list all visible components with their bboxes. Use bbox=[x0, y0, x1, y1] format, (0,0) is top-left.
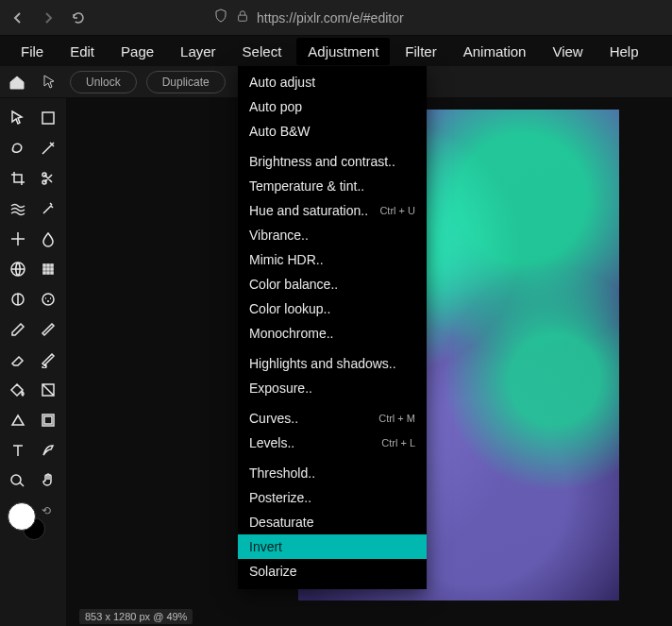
menu-item-auto-adjust[interactable]: Auto adjust bbox=[238, 70, 427, 94]
eraser-tool[interactable] bbox=[4, 346, 32, 374]
gradient-tool[interactable] bbox=[34, 376, 62, 404]
disperse-tool[interactable] bbox=[34, 255, 62, 283]
sponge-tool[interactable] bbox=[34, 285, 62, 313]
pen-tool[interactable] bbox=[4, 315, 32, 344]
menu-item-curves[interactable]: Curves..Ctrl + M bbox=[238, 406, 427, 431]
lasso-tool[interactable] bbox=[4, 134, 32, 162]
menu-item-highlights-and-shadows[interactable]: Highlights and shadows.. bbox=[238, 351, 427, 376]
menu-item-mimic-hdr[interactable]: Mimic HDR.. bbox=[238, 247, 427, 272]
toolbox: ⟲ bbox=[0, 98, 66, 626]
color-replace-tool[interactable] bbox=[34, 346, 62, 374]
menu-item-label: Exposure.. bbox=[249, 381, 312, 396]
menu-item-label: Curves.. bbox=[249, 411, 298, 426]
unlock-button[interactable]: Unlock bbox=[70, 71, 137, 93]
menubar: FileEditPageLayerSelectAdjustmentFilterA… bbox=[0, 36, 672, 66]
cutout-tool[interactable] bbox=[34, 164, 62, 193]
menu-animation[interactable]: Animation bbox=[452, 38, 538, 65]
status-bar: 853 x 1280 px @ 49% bbox=[79, 609, 193, 624]
arrow-tool[interactable] bbox=[4, 104, 32, 132]
menu-item-shortcut: Ctrl + U bbox=[379, 205, 415, 216]
dodge-tool[interactable] bbox=[4, 285, 32, 313]
menu-item-label: Auto B&W bbox=[249, 124, 311, 139]
foreground-color-swatch[interactable] bbox=[8, 502, 36, 531]
menu-item-color-lookup[interactable]: Color lookup.. bbox=[238, 296, 427, 321]
text-tool[interactable] bbox=[4, 436, 32, 465]
marquee-tool[interactable] bbox=[34, 104, 62, 132]
brush-tool[interactable] bbox=[34, 315, 62, 344]
menu-item-label: Hue and saturation.. bbox=[249, 203, 368, 218]
fill-tool[interactable] bbox=[4, 376, 32, 404]
menu-item-label: Highlights and shadows.. bbox=[249, 356, 396, 371]
menu-item-solarize[interactable]: Solarize bbox=[238, 559, 427, 584]
menu-item-levels[interactable]: Levels..Ctrl + L bbox=[238, 431, 427, 455]
menu-item-label: Mimic HDR.. bbox=[249, 252, 324, 267]
menu-item-label: Temperature & tint.. bbox=[249, 178, 364, 194]
menu-item-invert[interactable]: Invert bbox=[238, 534, 427, 559]
menu-item-monochrome[interactable]: Monochrome.. bbox=[238, 321, 427, 346]
menu-item-hue-and-saturation[interactable]: Hue and saturation..Ctrl + U bbox=[238, 198, 427, 223]
menu-item-desaturate[interactable]: Desaturate bbox=[238, 510, 427, 534]
menu-item-temperature-tint[interactable]: Temperature & tint.. bbox=[238, 174, 427, 198]
menu-adjustment[interactable]: Adjustment bbox=[296, 38, 390, 65]
zoom-tool[interactable] bbox=[4, 466, 32, 495]
menu-help[interactable]: Help bbox=[598, 38, 650, 65]
shape-tool[interactable] bbox=[4, 406, 32, 434]
url-text: https://pixlr.com/e/#editor bbox=[257, 10, 404, 25]
reload-button[interactable] bbox=[70, 9, 87, 26]
frame-tool[interactable] bbox=[34, 406, 62, 434]
crop-tool[interactable] bbox=[4, 164, 32, 193]
svg-rect-0 bbox=[239, 15, 247, 21]
heal-tool[interactable] bbox=[4, 225, 32, 253]
menu-item-threshold[interactable]: Threshold.. bbox=[238, 461, 427, 485]
menu-item-label: Threshold.. bbox=[249, 465, 315, 481]
menu-item-label: Monochrome.. bbox=[249, 326, 333, 341]
menu-select[interactable]: Select bbox=[231, 38, 294, 65]
menu-item-shortcut: Ctrl + L bbox=[381, 437, 415, 448]
menu-item-auto-pop[interactable]: Auto pop bbox=[238, 94, 427, 119]
menu-item-label: Color lookup.. bbox=[249, 301, 330, 316]
menu-edit[interactable]: Edit bbox=[59, 38, 106, 65]
blur-tool[interactable] bbox=[34, 225, 62, 253]
menu-file[interactable]: File bbox=[9, 38, 55, 65]
menu-item-vibrance[interactable]: Vibrance.. bbox=[238, 223, 427, 247]
pointer-icon[interactable] bbox=[38, 71, 60, 93]
clone-tool[interactable] bbox=[34, 195, 62, 223]
menu-item-label: Auto adjust bbox=[249, 75, 315, 90]
menu-filter[interactable]: Filter bbox=[394, 38, 447, 65]
menu-item-label: Levels.. bbox=[249, 435, 294, 450]
duplicate-button[interactable]: Duplicate bbox=[146, 71, 226, 93]
color-swatches[interactable]: ⟲ bbox=[4, 502, 62, 551]
home-icon[interactable] bbox=[6, 71, 28, 93]
menu-item-shortcut: Ctrl + M bbox=[378, 413, 415, 424]
menu-item-label: Vibrance.. bbox=[249, 228, 309, 243]
back-button[interactable] bbox=[9, 9, 26, 26]
menu-item-brightness-and-contrast[interactable]: Brightness and contrast.. bbox=[238, 149, 427, 174]
menu-item-label: Desaturate bbox=[249, 515, 313, 530]
menu-item-label: Brightness and contrast.. bbox=[249, 154, 395, 169]
menu-item-label: Solarize bbox=[249, 564, 297, 579]
lock-icon bbox=[236, 9, 249, 26]
menu-item-auto-b-w[interactable]: Auto B&W bbox=[238, 119, 427, 144]
swap-colors-icon[interactable]: ⟲ bbox=[42, 504, 51, 517]
menu-layer[interactable]: Layer bbox=[169, 38, 227, 65]
menu-item-label: Invert bbox=[249, 539, 282, 554]
menu-view[interactable]: View bbox=[541, 38, 594, 65]
wand-tool[interactable] bbox=[34, 134, 62, 162]
menu-item-label: Color balance.. bbox=[249, 277, 338, 292]
menu-item-posterize[interactable]: Posterize.. bbox=[238, 485, 427, 510]
liquify-tool[interactable] bbox=[4, 195, 32, 223]
draw-tool[interactable] bbox=[34, 436, 62, 465]
forward-button[interactable] bbox=[40, 9, 57, 26]
adjustment-menu[interactable]: Auto adjustAuto popAuto B&WBrightness an… bbox=[238, 66, 427, 589]
menu-page[interactable]: Page bbox=[109, 38, 165, 65]
menu-item-label: Posterize.. bbox=[249, 490, 311, 505]
address-bar[interactable]: https://pixlr.com/e/#editor bbox=[100, 8, 663, 27]
menu-item-label: Auto pop bbox=[249, 99, 302, 114]
menu-item-exposure[interactable]: Exposure.. bbox=[238, 376, 427, 400]
sphere-tool[interactable] bbox=[4, 255, 32, 283]
browser-bar: https://pixlr.com/e/#editor bbox=[0, 0, 672, 36]
menu-item-color-balance[interactable]: Color balance.. bbox=[238, 272, 427, 296]
shield-icon bbox=[213, 8, 228, 27]
hand-tool[interactable] bbox=[34, 466, 62, 495]
